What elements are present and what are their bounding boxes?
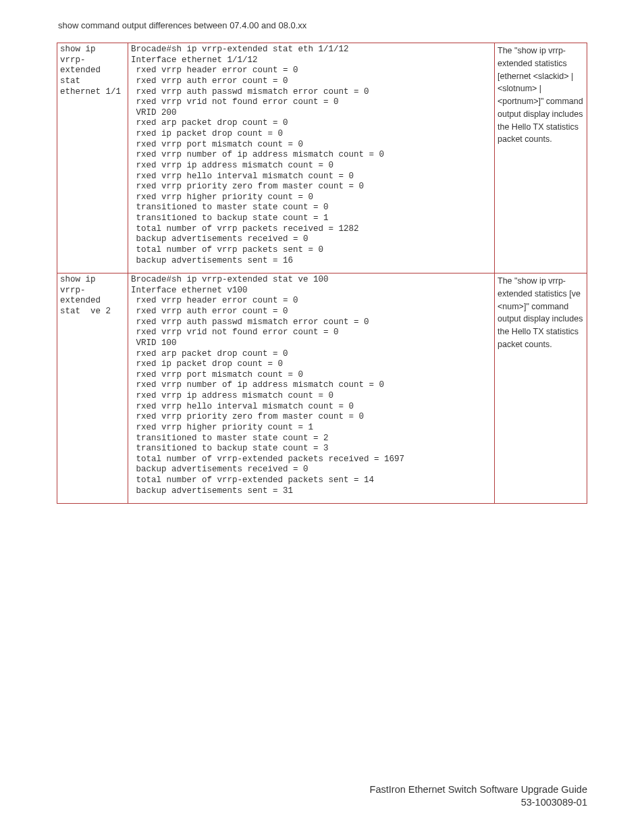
output-cell: Brocade#sh ip vrrp-extended stat eth 1/1… — [128, 43, 495, 273]
diff-table: show ip vrrp-extended stat ethernet 1/1 … — [57, 43, 587, 504]
table-row: show ip vrrp-extended stat ethernet 1/1 … — [57, 43, 587, 273]
command-cell: show ip vrrp-extended stat ethernet 1/1 — [57, 43, 128, 273]
output-cell: Brocade#sh ip vrrp-extended stat ve 100 … — [128, 273, 495, 504]
footer-docnum: 53-1003089-01 — [370, 796, 587, 810]
command-cell: show ip vrrp-extended stat ve 2 — [57, 273, 128, 504]
page-header: show command output differences between … — [58, 20, 587, 30]
description-cell: The "show ip vrrp-extended statistics [e… — [495, 43, 587, 273]
footer-title: FastIron Ethernet Switch Software Upgrad… — [370, 783, 587, 797]
page-footer: FastIron Ethernet Switch Software Upgrad… — [370, 783, 587, 810]
description-cell: The "show ip vrrp-extended statistics [v… — [495, 273, 587, 504]
table-row: show ip vrrp-extended stat ve 2 Brocade#… — [57, 273, 587, 504]
